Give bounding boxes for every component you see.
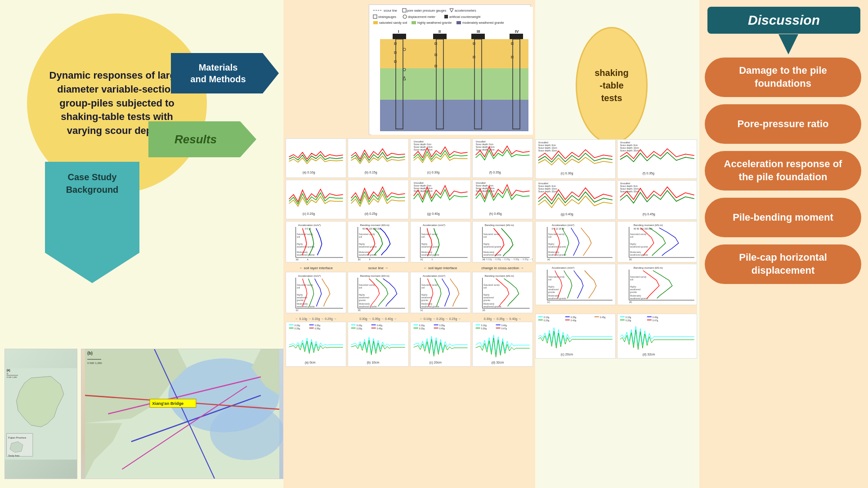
ext-waveform-svg-1: 0.10g 0.20g 0.35g 0.40g 0.45g (c) 20cm	[536, 314, 615, 357]
map-regional-svg: Xiang'an Bridge (b) 0 500 1,000	[81, 349, 283, 479]
depth-chart2-b: Bending moment (kN·m) Saturated sandy so…	[348, 272, 408, 313]
svg-text:(c): (c)	[547, 301, 550, 303]
svg-text:granite: granite	[297, 299, 304, 302]
depth-chart-b1: Bending moment (kN·m) 40 80 120 160 200 …	[348, 221, 408, 262]
ext-depth-1: Acceleration (m/s²) 0 6 12 18 24 Saturat…	[535, 221, 616, 262]
svg-text:scour line: scour line	[384, 9, 397, 12]
svg-text:Scour depth: 32cm: Scour depth: 32cm	[413, 148, 432, 151]
ext-depth-svg-1: Acceleration (m/s²) 0 6 12 18 24 Saturat…	[536, 222, 615, 261]
axis-label-1-text: ← soil layer interface	[299, 266, 333, 270]
shaking-table-oval: shaking-tabletests	[576, 27, 648, 144]
svg-rect-52	[510, 34, 523, 39]
svg-text:highly weathered granite: highly weathered granite	[417, 21, 452, 25]
chart-0-45g: Unscalled Scour depth: 0cm Scour depth: …	[472, 180, 533, 219]
svg-text:0.40g: 0.40g	[652, 316, 658, 319]
svg-text:(c) 0.20g: (c) 0.20g	[303, 212, 315, 216]
svg-text:weathered granite: weathered granite	[630, 253, 648, 256]
svg-text:weathered granite: weathered granite	[421, 253, 439, 256]
waveform-10cm: 0.10g 0.20g 0.40g 0.45g (b) 10cm	[348, 322, 408, 367]
depth-chart2-svg-c: Acceleration (m/s²) Saturated sandy soil…	[411, 272, 470, 312]
svg-text:0.20g: 0.20g	[544, 319, 550, 322]
depth-chart2-svg-d: Bending moment (kN·m) Saturated sandy so…	[473, 272, 532, 312]
axis-labels-row: ← soil layer interface scour line → ← so…	[286, 263, 533, 271]
depth-chart-svg-d1: Bending moment (kN·m) Saturated sandy so…	[473, 222, 532, 261]
svg-text:granite: granite	[548, 291, 555, 293]
discussion-acceleration-text: Acceleration response of the pile founda…	[716, 158, 850, 183]
svg-text:(c) 0.30g: (c) 0.30g	[561, 172, 573, 175]
svg-text:0.47g: 0.47g	[652, 319, 658, 322]
svg-text:(a) 0cm: (a) 0cm	[305, 361, 316, 364]
depth-chart-svg-c1: Acceleration (m/s²) Saturated sandy soil…	[411, 222, 470, 261]
svg-text:soil: soil	[359, 286, 362, 289]
extended-chart-section: Unscalled Scour depth: 0cm Scour depth: …	[535, 139, 697, 359]
chart-svg-0-35g: Unscalled Scour depth: 0cm Scour depth: …	[473, 139, 532, 175]
axis-label-row2-1: ← 0.10g → 0.20g → 0.25g →	[286, 314, 346, 321]
axis-labels-row2: ← 0.10g → 0.20g → 0.25g → 0.30g → 0.35g …	[286, 314, 533, 321]
axis-label-3-text: ← soil layer interface	[424, 266, 457, 270]
axis-label-3: ← soil layer interface	[410, 263, 471, 271]
svg-rect-53	[380, 39, 528, 68]
svg-text:(d) 32cm: (d) 32cm	[491, 361, 504, 364]
svg-rect-50	[433, 34, 447, 39]
axis-label-2-text: scour line →	[368, 266, 388, 270]
svg-text:II: II	[438, 29, 441, 34]
svg-point-12	[210, 404, 283, 460]
svg-text:(h) 0.45g: (h) 0.45g	[642, 213, 655, 216]
svg-text:0.10g: 0.10g	[295, 324, 300, 327]
svg-text:0.10g: 0.10g	[544, 316, 550, 319]
chart-0-35g: Unscalled Scour depth: 0cm Scour depth: …	[472, 138, 533, 178]
ext-chart-3: Unscalled Scour depth: 0cm Scour depth: …	[535, 180, 616, 220]
svg-text:b: b	[369, 258, 371, 261]
waveform-0cm: 0.10g 0.15g 0.30g 0.35g (a) 0cm	[286, 322, 346, 367]
svg-text:Acceleration (m/s²): Acceleration (m/s²)	[298, 275, 321, 277]
waveform-svg-0cm: 0.10g 0.15g 0.30g 0.35g (a) 0cm	[286, 322, 346, 365]
svg-text:(b): (b)	[629, 258, 631, 261]
svg-text:(b) 0.15g: (b) 0.15g	[365, 171, 377, 174]
chart-svg-0-45g: Unscalled Scour depth: 0cm Scour depth: …	[473, 180, 532, 216]
left-section: Dynamic responses of large-diameter vari…	[0, 0, 283, 488]
depth-chart-svg-a1: Pile Depth Acceleration (m/s²) 0 5 10 Sa…	[286, 222, 346, 261]
svg-text:0.30g: 0.30g	[481, 327, 487, 330]
svg-text:(c): (c)	[420, 258, 423, 261]
svg-text:(h) 0.45g: (h) 0.45g	[489, 212, 501, 216]
svg-text:0.10g: 0.10g	[419, 324, 425, 327]
svg-text:Acceleration (m/s²): Acceleration (m/s²)	[422, 224, 445, 226]
axis-label-row2-4: 0.30g → 0.35g → 0.40g →	[472, 314, 533, 321]
svg-text:granite: granite	[630, 291, 637, 293]
ext-charts-row1: Unscalled Scour depth: 0cm Scour depth: …	[535, 139, 697, 179]
waveform-svg-10cm: 0.10g 0.20g 0.40g 0.45g (b) 10cm	[348, 322, 408, 365]
discussion-arrow-down	[779, 34, 798, 54]
maps-area: Fujian Province Study Area (a) N 0 500 1…	[4, 349, 283, 479]
svg-text:Bending moment (kN·m): Bending moment (kN·m)	[484, 224, 514, 226]
svg-text:Acceleration (m/s²): Acceleration (m/s²)	[552, 266, 574, 269]
depth-chart-d1: Bending moment (kN·m) Saturated sandy so…	[472, 221, 533, 262]
svg-text:0.25g: 0.25g	[419, 327, 425, 330]
svg-text:moderately weathered granite: moderately weathered granite	[462, 21, 504, 25]
materials-methods-label: Materialsand Methods	[190, 62, 246, 85]
svg-text:0  500 1,000: 0 500 1,000	[87, 361, 102, 364]
axis-label-4-text: change in cross-section →	[481, 266, 523, 270]
discussion-oval-damage: Damage to the pile foundations	[705, 58, 861, 97]
svg-text:weathered granite: weathered granite	[483, 253, 501, 256]
svg-text:Bending moment (kN·m): Bending moment (kN·m)	[484, 275, 514, 277]
svg-text:← 0.10g → 0.20g → 0.25g → 0.30: ← 0.10g → 0.20g → 0.25g → 0.30g → 0.35g …	[483, 258, 532, 261]
map-china: Fujian Province Study Area (a) N 0 500 1…	[4, 349, 77, 479]
svg-text:(a): (a)	[547, 258, 550, 261]
svg-text:soil: soil	[483, 235, 487, 238]
discussion-items-container: Damage to the pile foundations Pore-pres…	[705, 58, 861, 284]
svg-text:Scour depth: 32cm: Scour depth: 32cm	[475, 148, 494, 151]
ext-depth-3: Acceleration (m/s²) Saturated sandy soil…	[535, 264, 616, 305]
svg-text:soil: soil	[630, 235, 633, 238]
discussion-oval-bending: Pile-bending moment	[705, 198, 861, 237]
svg-text:40  80  120 160 200: 40 80 120 160 200	[362, 227, 381, 230]
charts-row1: (a) 0.10g (b) 0.15g Unscalled Scour dept…	[286, 138, 533, 178]
svg-rect-75	[349, 139, 407, 175]
chart-svg-0-20g: (c) 0.20g	[286, 180, 346, 216]
svg-text:0.10g: 0.10g	[625, 316, 631, 319]
charts-row2: (c) 0.20g (d) 0.25g Unscalled Scour dept…	[286, 180, 533, 219]
svg-text:straingauges: straingauges	[378, 15, 397, 19]
discussion-damage-text: Damage to the pile foundations	[716, 64, 850, 90]
svg-text:soil: soil	[548, 278, 552, 281]
svg-text:Acceleration (m/s²): Acceleration (m/s²)	[422, 275, 445, 277]
case-study-label: Case StudyBackground	[66, 171, 119, 196]
